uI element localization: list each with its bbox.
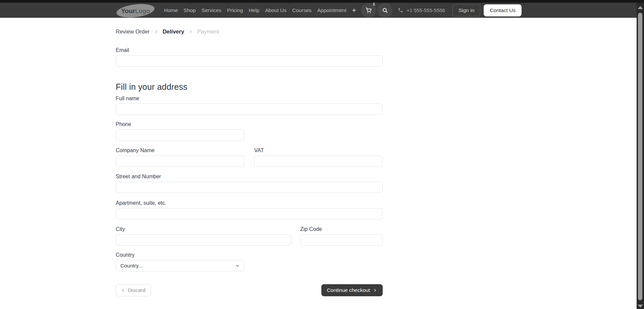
vat-label: VAT [254,147,383,153]
phone-input[interactable] [116,129,245,141]
discard-button-label: Discard [128,287,146,293]
cart-button[interactable]: 1 [361,3,376,18]
city-zip-row: City Zip Code [116,226,383,246]
zip-code-label: Zip Code [300,226,383,232]
scrollbar-thumb[interactable] [638,13,642,300]
phone-field-group: Phone [116,121,383,141]
email-label: Email [116,47,383,53]
country-label: Country [116,252,383,258]
sign-in-button[interactable]: Sign in [452,4,480,16]
cart-icon [365,7,372,14]
full-name-label: Full name [116,96,383,102]
chevron-right-icon [154,29,158,34]
site-logo[interactable]: YourLogo [116,2,155,19]
company-field-group: Company Name [116,147,245,167]
chevron-left-icon [121,288,125,292]
search-button[interactable] [378,3,392,18]
phone-label: Phone [116,121,383,127]
vat-field-group: VAT [254,147,383,167]
continue-checkout-button[interactable]: Continue checkout [321,284,383,296]
phone-number: +1 555-555-5556 [407,7,445,13]
scroll-down-arrow-icon[interactable] [638,305,643,308]
phone-link[interactable]: +1 555-555-5556 [398,7,445,13]
email-field-group: Email [116,47,383,67]
street-input[interactable] [116,182,383,193]
chevron-right-icon [189,29,193,34]
apartment-label: Apartment, suite, etc. [116,200,383,206]
nav-menu: Home Shop Services Pricing Help About Us… [164,7,356,14]
nav-item-appointment[interactable]: Appointment [317,7,346,13]
nav-right-group: 1 +1 555-555-5556 Sign in Contact Us [361,3,637,18]
chevron-right-icon [373,288,377,292]
site-logo-text: YourLogo [121,7,150,14]
email-input[interactable] [116,55,383,67]
plus-icon[interactable]: + [352,7,356,14]
nav-item-services[interactable]: Services [202,7,221,13]
zip-code-input[interactable] [300,234,383,246]
full-name-field-group: Full name [116,96,383,115]
contact-us-button[interactable]: Contact Us [484,4,522,16]
nav-item-about-us[interactable]: About Us [265,7,286,13]
vat-input[interactable] [254,156,383,167]
main-navbar: YourLogo Home Shop Services Pricing Help… [0,3,637,18]
nav-item-pricing[interactable]: Pricing [227,7,243,13]
scroll-up-arrow-icon[interactable] [638,6,643,9]
full-name-input[interactable] [116,104,383,115]
search-icon [382,7,388,14]
phone-icon [398,7,404,13]
apartment-field-group: Apartment, suite, etc. [116,200,383,220]
street-field-group: Street and Number [116,174,383,193]
country-field-group: Country Country... [116,252,383,271]
chevron-down-icon [235,263,240,268]
breadcrumb-review-order[interactable]: Review Order [116,28,150,35]
company-vat-row: Company Name VAT [116,147,383,167]
vertical-scrollbar[interactable] [637,3,644,309]
breadcrumb-delivery[interactable]: Delivery [163,28,184,35]
page-title: Fill in your address [116,81,383,92]
breadcrumb-payment: Payment [197,28,219,35]
form-actions: Discard Continue checkout [116,284,383,296]
company-name-label: Company Name [116,147,245,153]
street-label: Street and Number [116,174,383,180]
nav-item-courses[interactable]: Courses [292,7,312,13]
breadcrumb: Review Order Delivery Payment [116,28,383,35]
browser-top-strip [0,0,644,3]
nav-item-home[interactable]: Home [164,7,178,13]
country-select-value: Country... [120,263,143,269]
city-input[interactable] [116,234,291,246]
company-name-input[interactable] [116,156,245,167]
checkout-page: Review Order Delivery Payment Email Fill… [116,18,383,296]
country-select[interactable]: Country... [116,260,245,271]
city-label: City [116,226,291,232]
discard-button[interactable]: Discard [116,284,151,296]
nav-item-shop[interactable]: Shop [183,7,196,13]
zip-field-group: Zip Code [300,226,383,246]
city-field-group: City [116,226,291,246]
continue-checkout-label: Continue checkout [327,287,370,293]
nav-item-help[interactable]: Help [249,7,259,13]
apartment-input[interactable] [116,208,383,220]
